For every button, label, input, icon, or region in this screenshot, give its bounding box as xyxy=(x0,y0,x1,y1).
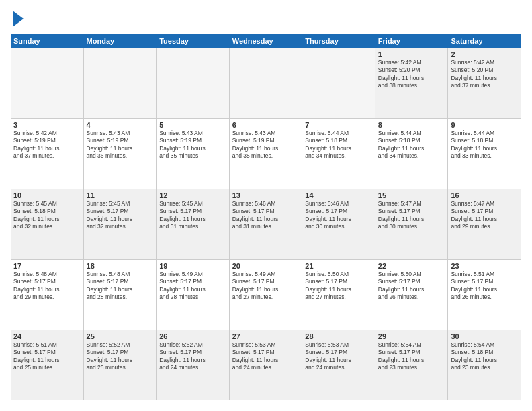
calendar-cell: 16Sunrise: 5:47 AM Sunset: 5:17 PM Dayli… xyxy=(448,189,521,259)
calendar-cell: 26Sunrise: 5:52 AM Sunset: 5:17 PM Dayli… xyxy=(157,330,230,400)
cell-info: Sunrise: 5:45 AM Sunset: 5:17 PM Dayligh… xyxy=(159,200,226,231)
day-number: 26 xyxy=(159,332,226,340)
cell-info: Sunrise: 5:45 AM Sunset: 5:18 PM Dayligh… xyxy=(13,200,81,231)
cell-info: Sunrise: 5:49 AM Sunset: 5:17 PM Dayligh… xyxy=(232,271,300,302)
cell-info: Sunrise: 5:48 AM Sunset: 5:17 PM Dayligh… xyxy=(13,271,81,302)
calendar-cell xyxy=(157,48,230,118)
calendar-body: 1Sunrise: 5:42 AM Sunset: 5:20 PM Daylig… xyxy=(11,48,521,400)
calendar-cell: 25Sunrise: 5:52 AM Sunset: 5:17 PM Dayli… xyxy=(84,330,157,400)
calendar-cell: 12Sunrise: 5:45 AM Sunset: 5:17 PM Dayli… xyxy=(157,189,230,259)
calendar-cell: 23Sunrise: 5:51 AM Sunset: 5:17 PM Dayli… xyxy=(448,260,521,330)
calendar-cell: 9Sunrise: 5:44 AM Sunset: 5:18 PM Daylig… xyxy=(448,119,521,189)
calendar-row-4: 17Sunrise: 5:48 AM Sunset: 5:17 PM Dayli… xyxy=(11,260,521,330)
cell-info: Sunrise: 5:46 AM Sunset: 5:17 PM Dayligh… xyxy=(305,200,372,231)
day-number: 18 xyxy=(87,262,154,270)
calendar-cell: 17Sunrise: 5:48 AM Sunset: 5:17 PM Dayli… xyxy=(11,260,84,330)
day-number: 17 xyxy=(13,262,81,270)
calendar-cell: 3Sunrise: 5:42 AM Sunset: 5:19 PM Daylig… xyxy=(11,119,84,189)
calendar-cell: 27Sunrise: 5:53 AM Sunset: 5:17 PM Dayli… xyxy=(230,330,303,400)
calendar-row-2: 3Sunrise: 5:42 AM Sunset: 5:19 PM Daylig… xyxy=(11,119,521,189)
day-number: 29 xyxy=(378,332,445,340)
calendar-cell: 4Sunrise: 5:43 AM Sunset: 5:19 PM Daylig… xyxy=(84,119,157,189)
cell-info: Sunrise: 5:43 AM Sunset: 5:19 PM Dayligh… xyxy=(232,130,300,161)
calendar-cell xyxy=(84,48,157,118)
cell-info: Sunrise: 5:48 AM Sunset: 5:17 PM Dayligh… xyxy=(87,271,154,302)
cell-info: Sunrise: 5:50 AM Sunset: 5:17 PM Dayligh… xyxy=(305,271,372,302)
calendar-cell: 22Sunrise: 5:50 AM Sunset: 5:17 PM Dayli… xyxy=(375,260,449,330)
cell-info: Sunrise: 5:49 AM Sunset: 5:17 PM Dayligh… xyxy=(159,271,226,302)
calendar-cell: 28Sunrise: 5:53 AM Sunset: 5:17 PM Dayli… xyxy=(302,330,375,400)
cell-info: Sunrise: 5:47 AM Sunset: 5:17 PM Dayligh… xyxy=(451,200,519,231)
cell-info: Sunrise: 5:44 AM Sunset: 5:18 PM Dayligh… xyxy=(451,130,519,161)
calendar-cell: 18Sunrise: 5:48 AM Sunset: 5:17 PM Dayli… xyxy=(84,260,157,330)
day-number: 13 xyxy=(232,191,300,199)
calendar-cell: 21Sunrise: 5:50 AM Sunset: 5:17 PM Dayli… xyxy=(302,260,375,330)
page: SundayMondayTuesdayWednesdayThursdayFrid… xyxy=(0,0,532,411)
cell-info: Sunrise: 5:43 AM Sunset: 5:19 PM Dayligh… xyxy=(87,130,154,161)
day-number: 9 xyxy=(451,121,519,129)
day-number: 14 xyxy=(305,191,372,199)
calendar-cell xyxy=(230,48,303,118)
header-day-tuesday: Tuesday xyxy=(157,34,230,48)
calendar-cell: 20Sunrise: 5:49 AM Sunset: 5:17 PM Dayli… xyxy=(230,260,303,330)
header-day-wednesday: Wednesday xyxy=(230,34,303,48)
calendar-cell: 7Sunrise: 5:44 AM Sunset: 5:18 PM Daylig… xyxy=(302,119,375,189)
calendar-cell: 5Sunrise: 5:43 AM Sunset: 5:19 PM Daylig… xyxy=(157,119,230,189)
cell-info: Sunrise: 5:42 AM Sunset: 5:20 PM Dayligh… xyxy=(451,59,519,90)
cell-info: Sunrise: 5:51 AM Sunset: 5:17 PM Dayligh… xyxy=(13,341,81,372)
calendar-cell: 14Sunrise: 5:46 AM Sunset: 5:17 PM Dayli… xyxy=(302,189,375,259)
calendar-cell: 8Sunrise: 5:44 AM Sunset: 5:18 PM Daylig… xyxy=(375,119,449,189)
cell-info: Sunrise: 5:52 AM Sunset: 5:17 PM Dayligh… xyxy=(159,341,226,372)
calendar-cell: 19Sunrise: 5:49 AM Sunset: 5:17 PM Dayli… xyxy=(157,260,230,330)
cell-info: Sunrise: 5:50 AM Sunset: 5:17 PM Dayligh… xyxy=(378,271,445,302)
day-number: 21 xyxy=(305,262,372,270)
calendar-header: SundayMondayTuesdayWednesdayThursdayFrid… xyxy=(11,34,521,48)
day-number: 11 xyxy=(87,191,154,199)
cell-info: Sunrise: 5:44 AM Sunset: 5:18 PM Dayligh… xyxy=(305,130,372,161)
calendar-cell: 29Sunrise: 5:54 AM Sunset: 5:17 PM Dayli… xyxy=(375,330,449,400)
day-number: 23 xyxy=(451,262,519,270)
cell-info: Sunrise: 5:42 AM Sunset: 5:20 PM Dayligh… xyxy=(378,59,445,90)
cell-info: Sunrise: 5:45 AM Sunset: 5:17 PM Dayligh… xyxy=(87,200,154,231)
header xyxy=(11,11,521,27)
day-number: 22 xyxy=(378,262,445,270)
cell-info: Sunrise: 5:52 AM Sunset: 5:17 PM Dayligh… xyxy=(87,341,154,372)
calendar-cell xyxy=(302,48,375,118)
day-number: 4 xyxy=(87,121,154,129)
cell-info: Sunrise: 5:43 AM Sunset: 5:19 PM Dayligh… xyxy=(159,130,226,161)
day-number: 16 xyxy=(451,191,519,199)
calendar-cell: 2Sunrise: 5:42 AM Sunset: 5:20 PM Daylig… xyxy=(448,48,521,118)
cell-info: Sunrise: 5:47 AM Sunset: 5:17 PM Dayligh… xyxy=(378,200,445,231)
day-number: 7 xyxy=(305,121,372,129)
day-number: 28 xyxy=(305,332,372,340)
day-number: 12 xyxy=(159,191,226,199)
calendar-cell: 15Sunrise: 5:47 AM Sunset: 5:17 PM Dayli… xyxy=(375,189,449,259)
day-number: 1 xyxy=(378,50,445,58)
cell-info: Sunrise: 5:44 AM Sunset: 5:18 PM Dayligh… xyxy=(378,130,445,161)
header-day-friday: Friday xyxy=(375,34,449,48)
calendar: SundayMondayTuesdayWednesdayThursdayFrid… xyxy=(11,34,521,400)
day-number: 8 xyxy=(378,121,445,129)
day-number: 3 xyxy=(13,121,81,129)
day-number: 6 xyxy=(232,121,300,129)
calendar-cell: 10Sunrise: 5:45 AM Sunset: 5:18 PM Dayli… xyxy=(11,189,84,259)
cell-info: Sunrise: 5:54 AM Sunset: 5:17 PM Dayligh… xyxy=(378,341,445,372)
day-number: 5 xyxy=(159,121,226,129)
cell-info: Sunrise: 5:53 AM Sunset: 5:17 PM Dayligh… xyxy=(305,341,372,372)
calendar-cell: 1Sunrise: 5:42 AM Sunset: 5:20 PM Daylig… xyxy=(375,48,449,118)
calendar-cell: 30Sunrise: 5:54 AM Sunset: 5:18 PM Dayli… xyxy=(448,330,521,400)
header-day-monday: Monday xyxy=(84,34,157,48)
day-number: 19 xyxy=(159,262,226,270)
cell-info: Sunrise: 5:53 AM Sunset: 5:17 PM Dayligh… xyxy=(232,341,300,372)
day-number: 15 xyxy=(378,191,445,199)
header-day-thursday: Thursday xyxy=(302,34,375,48)
calendar-cell: 13Sunrise: 5:46 AM Sunset: 5:17 PM Dayli… xyxy=(230,189,303,259)
logo xyxy=(11,11,24,27)
day-number: 25 xyxy=(87,332,154,340)
calendar-cell xyxy=(11,48,84,118)
calendar-row-5: 24Sunrise: 5:51 AM Sunset: 5:17 PM Dayli… xyxy=(11,330,521,400)
calendar-cell: 24Sunrise: 5:51 AM Sunset: 5:17 PM Dayli… xyxy=(11,330,84,400)
day-number: 2 xyxy=(451,50,519,58)
cell-info: Sunrise: 5:46 AM Sunset: 5:17 PM Dayligh… xyxy=(232,200,300,231)
calendar-cell: 6Sunrise: 5:43 AM Sunset: 5:19 PM Daylig… xyxy=(230,119,303,189)
